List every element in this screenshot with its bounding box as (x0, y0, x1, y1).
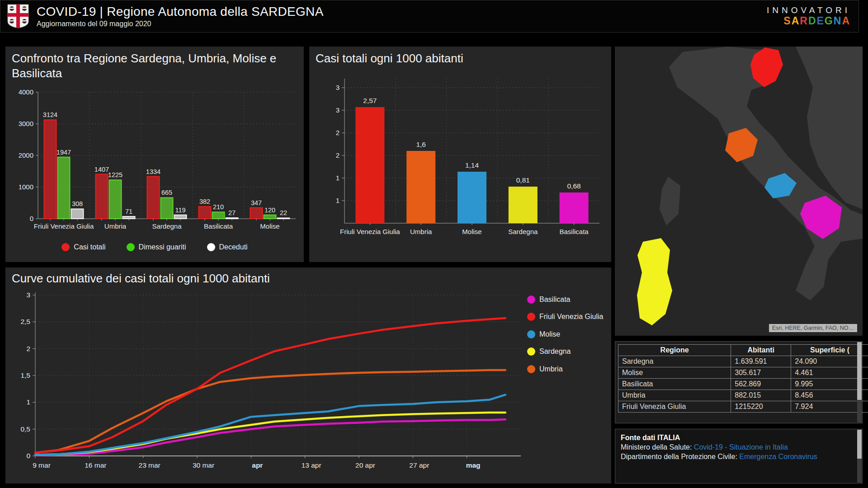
legend-label: Dimessi guariti (139, 243, 186, 251)
brand-letter: G (825, 15, 834, 27)
legend-confronto: Casi totaliDimessi guaritiDeceduti (12, 243, 297, 251)
svg-text:Basilicata: Basilicata (204, 222, 233, 230)
table-row: Sardegna1.639.59124.090 (618, 356, 868, 367)
svg-text:1947: 1947 (57, 149, 71, 156)
svg-text:30 mar: 30 mar (193, 461, 214, 469)
legend-label: Umbria (539, 365, 563, 373)
svg-text:Sardegna: Sardegna (152, 222, 182, 230)
svg-text:1: 1 (26, 398, 30, 406)
svg-text:2: 2 (26, 344, 30, 352)
brand-letter: S (783, 15, 791, 27)
link-covid19-situazione[interactable]: Covid-19 - Situazione in Italia (694, 443, 788, 451)
svg-text:3000: 3000 (19, 120, 33, 127)
svg-text:Molise: Molise (462, 228, 481, 235)
svg-text:3: 3 (336, 84, 340, 91)
table-row: Umbria882.0158.456 (618, 390, 868, 401)
svg-text:22: 22 (280, 209, 287, 216)
svg-text:2,5: 2,5 (20, 318, 30, 325)
table-header-cell: Abitanti (731, 345, 791, 356)
panel-confronto-regioni: Confronto tra Regione Sardegna, Umbria, … (5, 47, 304, 262)
table-cell: Basilicata (618, 379, 731, 390)
svg-text:Sardegna: Sardegna (508, 228, 538, 235)
map-canvas[interactable] (615, 47, 863, 336)
legend-item: Sardegna (527, 347, 604, 356)
svg-text:1334: 1334 (146, 168, 160, 175)
svg-text:Basilicata: Basilicata (559, 228, 589, 235)
fonte-title: Fonte dati ITALIA (621, 434, 857, 442)
table-cell: Friuli Venezia Giulia (618, 401, 731, 413)
svg-text:13 apr: 13 apr (302, 461, 321, 469)
sardegna-coat-of-arms-logo (7, 4, 29, 29)
table-row: Friuli Venezia Giulia12152207.924 (618, 401, 868, 413)
svg-text:Umbria: Umbria (410, 228, 432, 235)
legend-label: Molise (539, 330, 560, 338)
page-subtitle: Aggiornamento del 09 maggio 2020 (37, 20, 767, 28)
legend-dot (127, 243, 135, 251)
table-cell: 305.617 (731, 367, 791, 379)
brand-letter: R (800, 15, 808, 27)
legend-item: Dimessi guariti (127, 243, 186, 251)
svg-text:0,5: 0,5 (20, 425, 30, 432)
fonte-line-1: Ministero della Salute: Covid-19 - Situa… (621, 443, 857, 451)
brand-line-sardegna: SARDEGNA (767, 15, 850, 27)
table-cell: 882.015 (731, 390, 791, 401)
table-header-row: RegioneAbitantiSuperficie ( (618, 345, 868, 356)
legend-item: Molise (527, 330, 604, 338)
svg-text:9 mar: 9 mar (33, 461, 51, 469)
table-header-cell: Superficie ( (791, 345, 868, 356)
svg-text:2: 2 (336, 129, 340, 136)
table-cell: Molise (618, 367, 731, 379)
svg-text:382: 382 (199, 198, 210, 205)
table-cell: 1.639.591 (731, 356, 791, 367)
link-emergenza-coronavirus[interactable]: Emergenza Coronavirus (739, 453, 817, 460)
svg-text:1,14: 1,14 (465, 161, 479, 169)
table-cell: Sardegna (618, 356, 731, 367)
fonte-scrollbar[interactable] (857, 430, 862, 483)
svg-text:Friuli Venezia Giulia: Friuli Venezia Giulia (34, 222, 94, 230)
brand-letter: A (792, 15, 800, 27)
svg-text:1,6: 1,6 (416, 141, 426, 148)
table-cell: 8.456 (791, 390, 868, 401)
svg-text:Molise: Molise (260, 222, 279, 230)
svg-text:1225: 1225 (108, 171, 123, 178)
svg-text:Friuli Venezia Giulia: Friuli Venezia Giulia (340, 228, 400, 235)
legend-dot (527, 365, 535, 373)
brand-letter: A (842, 15, 850, 27)
legend-item: Deceduti (207, 243, 248, 251)
legend-item: Basilicata (527, 296, 604, 304)
innovatori-sardegna-logo: INNOVATORI SARDEGNA (767, 6, 850, 27)
bar-chart-per-1000: 3322112,57Friuli Venezia Giulia1,6Umbria… (316, 66, 605, 249)
svg-text:16 mar: 16 mar (85, 461, 106, 469)
chart-title-per1000: Casi totali ogni 1000 abitanti (316, 51, 605, 66)
svg-text:20 apr: 20 apr (355, 461, 375, 469)
svg-text:0,81: 0,81 (516, 176, 530, 184)
table-cell: Umbria (618, 390, 731, 401)
legend-label: Casi totali (74, 243, 105, 251)
legend-curve: BasilicataFriuli Venezia GiuliaMoliseSar… (527, 296, 604, 373)
table-row: Molise305.6174.461 (618, 367, 868, 379)
regioni-table: RegioneAbitantiSuperficie ( Sardegna1.63… (618, 344, 868, 413)
table-scrollbar[interactable] (857, 342, 862, 422)
legend-label: Basilicata (539, 296, 570, 304)
fonte-label-protezione-civile: Dipartimento della Protezione Civile: (621, 453, 739, 460)
svg-text:0,68: 0,68 (567, 182, 581, 190)
svg-text:23 mar: 23 mar (139, 461, 160, 469)
fonte-line-2: Dipartimento della Protezione Civile: Em… (621, 453, 857, 461)
svg-text:1: 1 (336, 197, 340, 204)
legend-dot (207, 243, 215, 251)
svg-text:4000: 4000 (19, 88, 33, 96)
legend-dot (61, 243, 70, 251)
svg-text:27 apr: 27 apr (409, 461, 429, 469)
svg-text:apr: apr (252, 461, 263, 469)
panel-curve-cumulative: Curve cumulative dei casi totali ogni 10… (5, 267, 611, 483)
grouped-bar-chart: 0100020003000400031241947308Friuli Venez… (12, 80, 297, 241)
italy-map[interactable]: Esri, HERE, Garmin, FAO, NO… (615, 47, 863, 336)
table-cell: 1215220 (731, 401, 791, 413)
legend-dot (527, 330, 535, 338)
svg-text:2,57: 2,57 (363, 97, 377, 104)
chart-title-curve: Curve cumulative dei casi totali ogni 10… (12, 271, 605, 286)
table-cell: 9.995 (791, 379, 868, 390)
svg-text:308: 308 (72, 200, 83, 207)
table-cell: 562.869 (731, 379, 791, 390)
table-cell: 4.461 (791, 367, 868, 379)
